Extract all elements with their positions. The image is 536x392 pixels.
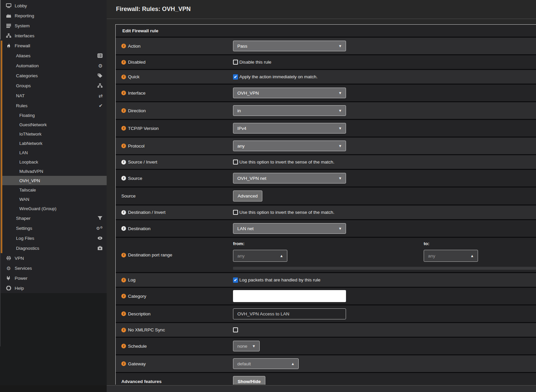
globe-icon [5, 256, 13, 260]
sidebar-item-help[interactable]: Help [0, 283, 107, 293]
field-label: iLog [116, 273, 233, 287]
area-chart-icon [5, 13, 13, 18]
advanced-button[interactable]: Advanced [233, 191, 262, 201]
port-range-scrollbar[interactable] [233, 267, 536, 270]
sidebar-item-lan[interactable]: LAN [0, 148, 107, 157]
sidebar-item-diagnostics[interactable]: Diagnostics [0, 243, 107, 253]
info-icon[interactable]: i [121, 44, 126, 48]
sidebar-item-label: WireGuard (Group) [19, 206, 56, 211]
field-label: iInterface [116, 85, 233, 101]
quick-checkbox[interactable]: ✔ [233, 74, 238, 80]
sidebar-item-power[interactable]: Power [0, 273, 107, 283]
check-icon: ✔ [99, 103, 103, 108]
sidebar-item-loopback[interactable]: Loopback [0, 157, 107, 167]
sidebar-item-wireguard-group-[interactable]: WireGuard (Group) [0, 204, 107, 213]
destination-select[interactable]: LAN net ▼ [233, 223, 346, 234]
sidebar-item-lobby[interactable]: Lobby [0, 1, 107, 11]
field-label: iDescription [116, 305, 233, 322]
sidebar-item-aliases[interactable]: Aliases [0, 51, 107, 61]
sidebar-scrollbar-thumb[interactable] [0, 0, 1, 39]
info-icon[interactable]: i [121, 144, 126, 148]
title-divider [107, 19, 536, 19]
sidebar-item-iotnetwork[interactable]: IoTNetwork [0, 129, 107, 139]
caret-down-icon: ▼ [338, 176, 342, 180]
destination-invert-checkbox[interactable] [233, 210, 238, 215]
form-row-gateway: iGateway default ▲ [116, 355, 536, 373]
form-row-destination-port-range: iDestination port range from: any ▲ to: … [116, 238, 536, 273]
sidebar-item-vpn[interactable]: VPN [0, 253, 107, 263]
log-checkbox[interactable]: ✔ [233, 277, 238, 283]
sidebar-item-interfaces[interactable]: Interfaces [0, 31, 107, 41]
sidebar-item-ovh-vpn[interactable]: OVH_VPN [0, 176, 107, 185]
disabled-checkbox[interactable] [233, 60, 238, 65]
info-icon[interactable]: i [121, 75, 126, 79]
sidebar-item-groups[interactable]: Groups [0, 81, 107, 91]
description-input[interactable] [233, 308, 346, 319]
horizontal-scrollbar[interactable] [107, 385, 536, 392]
sidebar-item-rules[interactable]: Rules✔ [0, 101, 107, 111]
info-icon[interactable]: i [121, 328, 126, 332]
port-from-select[interactable]: any ▲ [233, 250, 287, 262]
form-row-destination: iDestination LAN net ▼ [116, 220, 536, 238]
sidebar-item-label: Aliases [16, 53, 31, 58]
source-select[interactable]: OVH_VPN net ▼ [233, 173, 346, 184]
sidebar-item-settings[interactable]: Settings⚙⚙ [0, 223, 107, 233]
no-xmlrpc-sync-checkbox[interactable] [233, 327, 238, 332]
info-icon[interactable]: i [121, 210, 126, 215]
gateway-select[interactable]: default ▲ [233, 358, 299, 369]
sidebar-item-label: Tailscale [19, 188, 36, 193]
info-icon[interactable]: i [121, 176, 126, 181]
sidebar-item-wan[interactable]: WAN [0, 195, 107, 204]
info-icon[interactable]: i [121, 160, 126, 165]
sidebar-item-labnetwork[interactable]: LabNetwork [0, 139, 107, 148]
info-icon[interactable]: i [121, 126, 126, 131]
category-input[interactable] [233, 290, 346, 302]
show-hide-button[interactable]: Show/Hide [233, 376, 265, 385]
info-icon[interactable]: i [121, 108, 126, 113]
source-invert-checkbox[interactable] [233, 160, 238, 165]
sidebar-item-categories[interactable]: Categories [0, 71, 107, 81]
field-label: Source [116, 188, 233, 204]
field-label: iSource [116, 170, 233, 187]
field-label: Advanced features [116, 373, 233, 385]
sidebar-item-label: WAN [19, 197, 29, 202]
form-row-source-invert: iSource / Invert Use this option to inve… [116, 155, 536, 170]
sidebar-item-label: Log Files [16, 236, 34, 241]
sidebar-item-label: Firewall [15, 43, 30, 48]
info-icon[interactable]: i [121, 294, 126, 298]
info-icon[interactable]: i [121, 361, 126, 366]
schedule-select[interactable]: none ▼ [233, 341, 260, 351]
info-icon[interactable]: i [121, 91, 126, 95]
sidebar-item-nat[interactable]: NAT⇄ [0, 91, 107, 101]
info-icon[interactable]: i [121, 60, 126, 65]
sidebar-item-mullvadvpn[interactable]: MullvadVPN [0, 167, 107, 176]
info-icon[interactable]: i [121, 311, 126, 316]
interface-select[interactable]: OVH_VPN ▼ [233, 88, 346, 98]
tag-icon [97, 73, 103, 78]
sidebar-item-floating[interactable]: Floating [0, 111, 107, 120]
sidebar-item-reporting[interactable]: Reporting [0, 11, 107, 21]
action-select[interactable]: Pass ▼ [233, 41, 346, 51]
sidebar-item-log-files[interactable]: Log Files [0, 233, 107, 243]
eye-icon [97, 236, 103, 240]
tcp-ip-version-select[interactable]: IPv4 ▼ [233, 123, 346, 134]
direction-select[interactable]: in ▼ [233, 105, 346, 116]
field-label: iProtocol [116, 138, 233, 154]
port-to-select[interactable]: any ▲ [424, 250, 478, 262]
sidebar-item-firewall[interactable]: Firewall [0, 41, 107, 51]
sitemap-icon [97, 83, 103, 88]
exchange-icon: ⇄ [98, 93, 103, 98]
sidebar-item-automation[interactable]: Automation⚙ [0, 61, 107, 71]
sidebar-item-services[interactable]: ⚙Services [0, 263, 107, 273]
sidebar-item-label: Groups [16, 83, 31, 88]
info-icon[interactable]: i [121, 278, 126, 282]
sidebar-item-tailscale[interactable]: Tailscale [0, 185, 107, 195]
sidebar-item-system[interactable]: System [0, 21, 107, 31]
info-icon[interactable]: i [121, 226, 126, 231]
info-icon[interactable]: i [121, 253, 126, 257]
sidebar-item-shaper[interactable]: Shaper [0, 213, 107, 223]
field-label: iSchedule [116, 338, 233, 354]
sidebar-item-guestnetwork[interactable]: GuestNetwork [0, 120, 107, 129]
info-icon[interactable]: i [121, 344, 126, 348]
protocol-select[interactable]: any ▼ [233, 141, 346, 151]
